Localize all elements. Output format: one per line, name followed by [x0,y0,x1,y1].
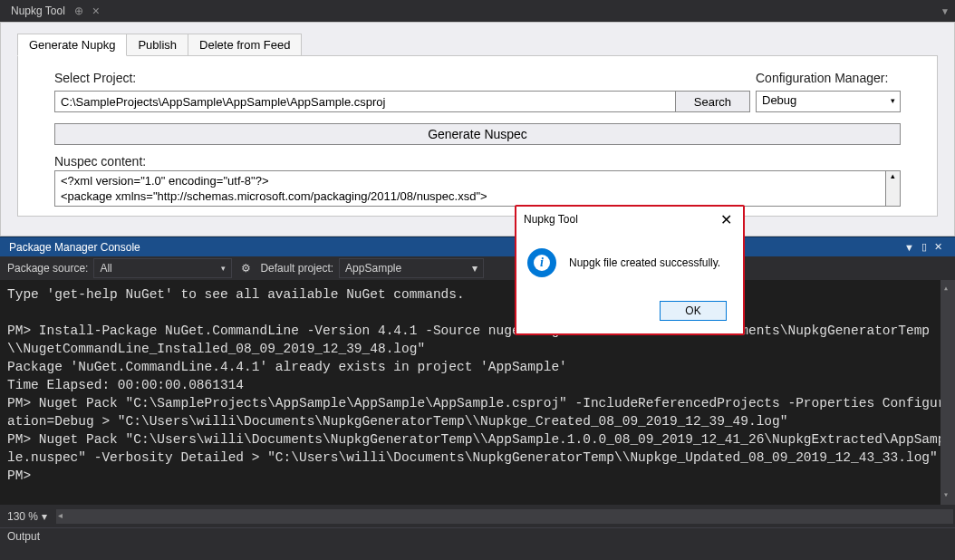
output-panel-tab[interactable]: Output [0,527,955,547]
nuspec-content-box[interactable]: <?xml version="1.0" encoding="utf-8"?> <… [54,170,901,207]
tab-generate-nupkg[interactable]: Generate Nupkg [17,34,127,56]
output-label: Output [7,530,40,543]
package-source-dropdown[interactable]: All ▾ [93,258,232,278]
nuspec-line: <package xmlns="http://schemas.microsoft… [61,188,880,204]
default-project-dropdown[interactable]: AppSample ▾ [339,258,484,278]
window-menu-caret-icon[interactable]: ▼ [941,6,950,16]
zoom-value: 130 % [7,510,38,523]
tool-panel: Generate Nupkg Publish Delete from Feed … [0,22,955,237]
scroll-up-icon[interactable]: ▴ [885,171,900,206]
package-manager-toolbar: Package source: All ▾ ⚙ Default project:… [0,256,955,280]
tab-publish[interactable]: Publish [126,34,188,56]
select-project-label: Select Project: [54,71,750,85]
window-dropdown-icon[interactable]: ▼ [901,242,918,253]
package-source-value: All [100,262,217,275]
document-tab-title[interactable]: Nupkg Tool [5,1,71,21]
default-project-label: Default project: [260,262,333,275]
chevron-down-icon: ▾ [221,264,226,273]
search-button[interactable]: Search [675,91,750,112]
chevron-down-icon: ▾ [472,262,478,275]
close-icon[interactable]: ✕ [717,211,736,228]
close-document-icon[interactable]: × [87,4,105,18]
dialog-title: Nupkg Tool [524,213,578,226]
config-dropdown-value: Debug [762,93,796,107]
ok-button[interactable]: OK [660,301,727,321]
default-project-value: AppSample [345,262,472,275]
project-path-input[interactable] [54,91,676,112]
config-dropdown[interactable]: Debug [756,91,901,112]
close-panel-icon[interactable]: ✕ [931,241,946,253]
vertical-scrollbar[interactable] [941,280,955,505]
zoom-dropdown[interactable]: 130 %▾ [0,510,54,523]
pin-icon[interactable]: ▯ [918,241,931,253]
package-source-label: Package source: [7,262,88,275]
document-tab-bar: Nupkg Tool ⊕ × ▼ [0,0,955,22]
package-manager-header: Package Manager Console ▼ ▯ ✕ [0,237,955,256]
dialog-message: Nupgk file created successfully. [569,256,720,269]
console-text: Type 'get-help NuGet' to see all availab… [7,287,945,483]
nuspec-content-label: Nuspec content: [54,154,901,169]
message-dialog: Nupkg Tool ✕ i Nupgk file created succes… [515,205,745,335]
console-status-bar: 130 %▾ [0,505,955,527]
gear-icon[interactable]: ⚙ [237,262,255,275]
horizontal-scrollbar[interactable] [56,509,953,524]
nuspec-line: <?xml version="1.0" encoding="utf-8"?> [61,173,880,188]
tab-panel-generate: Select Project: Configuration Manager: S… [17,55,938,217]
tab-strip: Generate Nupkg Publish Delete from Feed [17,34,938,56]
dialog-titlebar: Nupkg Tool ✕ [516,207,743,232]
package-manager-title: Package Manager Console [9,241,140,254]
generate-nuspec-button[interactable]: Generate Nuspec [54,123,901,145]
pin-icon[interactable]: ⊕ [71,5,87,17]
info-icon: i [527,248,556,277]
config-manager-label: Configuration Manager: [756,71,901,85]
console-output[interactable]: Type 'get-help NuGet' to see all availab… [0,280,955,505]
tab-delete-from-feed[interactable]: Delete from Feed [188,34,302,56]
chevron-down-icon: ▾ [42,510,47,523]
